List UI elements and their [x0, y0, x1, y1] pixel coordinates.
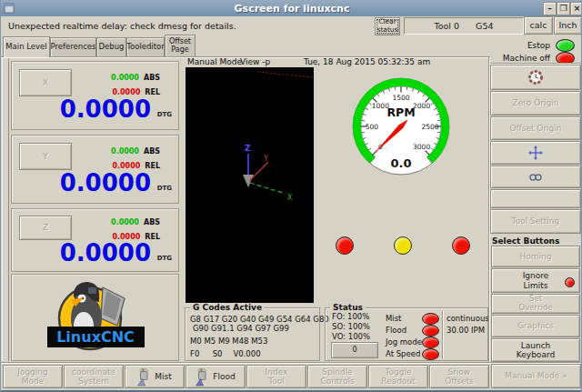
spray-can-icon [137, 367, 151, 387]
dro-abs-row: 0.0000 ABS [75, 147, 160, 156]
jogging-mode-button[interactable]: Jogging Mode [3, 365, 63, 388]
svg-text:2000: 2000 [413, 102, 430, 110]
abs-value: 0.0000 [111, 218, 139, 226]
z-axis-label: Z [245, 144, 251, 153]
dtg-value: 0.0000 [60, 241, 151, 265]
tab-preferences[interactable]: Preferences [50, 37, 96, 56]
mist-button[interactable]: Mist [125, 365, 185, 388]
jog-mode-value: continuous [447, 314, 489, 323]
index-tool-button[interactable]: Index Tool [246, 365, 306, 388]
axis-select-y-button[interactable]: Y [19, 143, 72, 170]
svg-text:1500: 1500 [392, 94, 409, 102]
links-button[interactable] [490, 166, 581, 188]
machine-off-label: Machine off [437, 54, 550, 63]
axis-select-z-button[interactable]: Z [19, 216, 72, 240]
spindle-override: SO: 100% [332, 322, 370, 331]
gcodes-frame: G Codes Active G8 G17 G20 G40 G49 G54 G6… [185, 307, 320, 361]
speed-value: S0 [213, 349, 231, 358]
atspeed-led [422, 348, 439, 360]
dtg-label: DTG [157, 111, 172, 118]
move-cross-icon [528, 146, 543, 160]
dtg-value: 0.0000 [60, 97, 151, 121]
graphics-button[interactable]: Graphics [491, 315, 580, 337]
offset-origin-button[interactable]: Offset Origin [490, 116, 581, 140]
dtg-value: 0.0000 [60, 171, 151, 195]
abs-label: ABS [144, 147, 160, 156]
jogmode-led [422, 337, 439, 348]
jog-rate-value: 30.00 IPM [447, 326, 485, 335]
atspeed-status-label: At Speed [386, 349, 420, 358]
minimize-button[interactable]: – [543, 2, 557, 15]
axis-select-x-button[interactable]: X [19, 69, 72, 96]
logo-text: LinuxCNC [56, 328, 135, 346]
gcodes-line2: G90 G91.1 G94 G97 G99 [193, 324, 289, 333]
tool-cone [243, 175, 254, 187]
gscreen-window: Gscreen for linuxcnc – ❒ × Unexpected re… [0, 0, 582, 392]
maximize-button[interactable]: ❒ [557, 2, 570, 15]
toolpath-extents-line [258, 72, 313, 77]
panel-handle[interactable] [2, 58, 9, 361]
homing-button[interactable]: Homing [491, 246, 580, 267]
dro-abs-row: 0.0000 ABS [75, 74, 160, 82]
status-title: Status [330, 303, 366, 312]
tab-debug[interactable]: Debug [96, 37, 126, 56]
axis-frame-y: Y 0.0000 ABS 0.0000 REL 0.0000 DTG [11, 135, 179, 204]
jogmode-status-label: Jog mode [386, 337, 422, 347]
statusbar-message: Unexpected realtime delay: check dmesg f… [8, 21, 236, 31]
titlebar[interactable]: Gscreen for linuxcnc – ❒ × [1, 0, 582, 16]
coord-system: G54 [476, 21, 493, 31]
blank-button[interactable] [490, 189, 581, 208]
dial-clock-button[interactable] [490, 65, 581, 90]
show-offsets-button[interactable]: Show Offsets [429, 365, 489, 388]
velocity-override: VO: 100% [332, 332, 370, 341]
launch-keyboard-button[interactable]: Launch Keyboard [491, 338, 580, 362]
ignore-limits-led [565, 277, 575, 287]
mist-status-label: Mist [386, 314, 401, 323]
linuxcnc-logo: LinuxCNC [12, 275, 178, 360]
abs-label: ABS [144, 218, 160, 226]
axes-origin: Z Y X [186, 67, 314, 303]
y-axis-label: Y [263, 155, 268, 163]
override-spinner-button[interactable]: 0 [331, 342, 378, 358]
close-button[interactable]: × [570, 2, 582, 15]
feed-value: F0 [190, 349, 210, 358]
set-override-button[interactable]: Set Override [491, 294, 580, 314]
x-axis-line [250, 183, 286, 194]
clear-status-button[interactable]: Clear status [375, 17, 400, 35]
flood-button[interactable]: Flood [186, 365, 246, 388]
zero-origin-button[interactable]: Zero Origin [490, 91, 581, 116]
tab-offset-page[interactable]: Offset Page [165, 35, 196, 56]
axis-frame-x: X 0.0000 ABS 0.0000 REL 0.0000 DTG [11, 61, 179, 130]
spray-can-icon [196, 367, 209, 387]
flood-led [422, 325, 439, 337]
infinity-icon [528, 172, 543, 183]
toggle-readout-button[interactable]: Toggle Readout [368, 365, 428, 388]
dro-abs-row: 0.0000 ABS [75, 218, 160, 226]
datetime-label: Tue, 18 Aug 2015 05:32:35 am [304, 57, 430, 66]
rpm-gauge: 050010001500200025003000RPM 0.0 [347, 73, 455, 180]
gcodes-line1: G8 G17 G20 G40 G49 G54 G64 G80 [190, 315, 329, 324]
manual-mode-button[interactable]: Manual Mode » [491, 364, 581, 388]
spindle-controls-button[interactable]: Spindle Controls [307, 365, 367, 388]
calc-button[interactable]: calc [524, 16, 553, 35]
dtg-label: DTG [157, 185, 172, 192]
tab-tooleditor[interactable]: Tooleditor [126, 37, 165, 56]
move-axes-button[interactable] [490, 141, 581, 165]
estop-label: Estop [437, 41, 550, 50]
abs-label: ABS [144, 74, 160, 82]
dial-clock-icon [527, 69, 544, 85]
abs-value: 0.0000 [111, 74, 139, 82]
flood-status-label: Flood [386, 326, 406, 335]
units-button[interactable]: Inch [554, 16, 582, 35]
feed-override: FO: 100% [332, 312, 369, 321]
velocity-value: V0.000 [233, 349, 260, 358]
dtg-label: DTG [157, 255, 172, 262]
mode-label: Manual Mode [187, 57, 242, 66]
tool-entry[interactable]: Tool 0 G54 [404, 17, 524, 35]
ignore-limits-button[interactable]: Ignore Limits [491, 268, 580, 293]
coordinate-system-button[interactable]: coordinate System [64, 365, 124, 388]
tool-setting-button[interactable]: Tool Setting [490, 209, 581, 234]
tab-main-level[interactable]: Main Level [3, 36, 50, 57]
gremlin-3d-view[interactable]: Z Y X [186, 67, 314, 303]
indicator-led-3 [452, 236, 470, 255]
